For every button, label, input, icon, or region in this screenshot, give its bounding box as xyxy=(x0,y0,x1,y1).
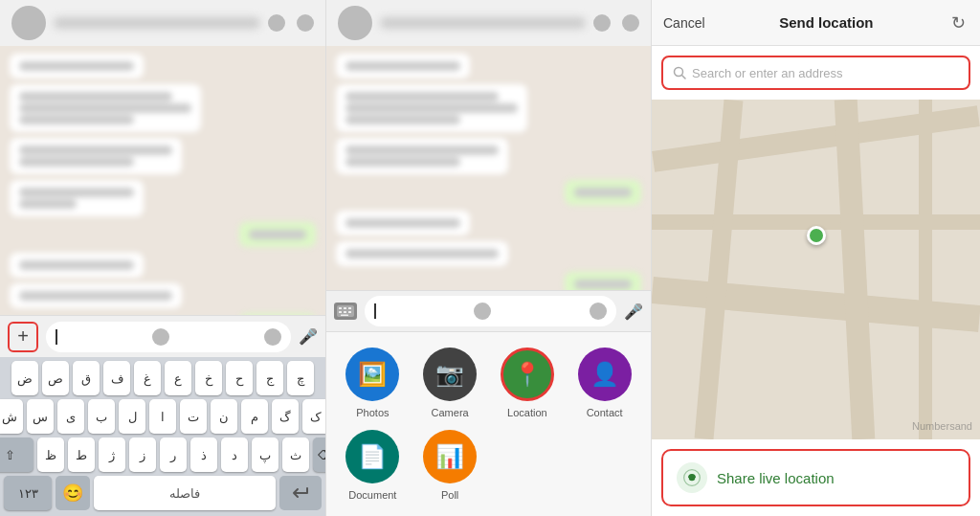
message-bubble-sent xyxy=(239,314,316,315)
message-input[interactable] xyxy=(46,322,291,352)
svg-rect-3 xyxy=(348,307,351,309)
keyboard-row-2: ش س ی ب ل ا ت ن م گ ک xyxy=(4,399,322,434)
camera-icon[interactable] xyxy=(264,328,281,346)
attach-item-photos[interactable]: 🖼️ Photos xyxy=(338,348,408,418)
attach-item-document[interactable]: 📄 Document xyxy=(338,430,408,501)
message-bubble xyxy=(336,84,527,132)
key-dal[interactable]: د xyxy=(221,437,248,472)
svg-rect-7 xyxy=(341,315,348,317)
key-dad[interactable]: ض xyxy=(11,361,38,395)
contact-icon: 👤 xyxy=(578,348,632,401)
key-gaf[interactable]: گ xyxy=(272,399,299,434)
key-ta[interactable]: ط xyxy=(68,437,95,472)
key-ye[interactable]: ی xyxy=(57,399,84,434)
poll-icon: 📊 xyxy=(423,430,477,483)
key-zhe[interactable]: ژ xyxy=(99,437,125,472)
spacebar-key[interactable]: فاصله xyxy=(94,476,276,510)
key-ze[interactable]: ز xyxy=(129,437,156,472)
sticker-icon-2[interactable] xyxy=(474,303,491,320)
mic-icon-2[interactable]: 🎤 xyxy=(624,303,643,321)
key-re[interactable]: ر xyxy=(160,437,187,472)
key-qaf[interactable]: ق xyxy=(73,361,100,395)
key-che[interactable]: چ xyxy=(287,361,314,395)
location-icon: 📍 xyxy=(501,348,554,401)
key-se[interactable]: ث xyxy=(282,437,309,472)
key-be[interactable]: ب xyxy=(88,399,115,434)
message-bubble xyxy=(10,283,182,308)
plus-button[interactable]: + xyxy=(8,322,38,352)
sticker-icon[interactable] xyxy=(152,328,169,346)
more-icon-2[interactable] xyxy=(622,14,639,32)
photos-label: Photos xyxy=(356,407,389,418)
chat-messages-2 xyxy=(326,46,651,290)
numbers-key[interactable]: ۱۲۳ xyxy=(4,476,52,510)
attachment-menu: 🖼️ Photos 📷 Camera 📍 Location 👤 Contact … xyxy=(326,332,651,516)
key-fa[interactable]: ف xyxy=(103,361,130,395)
cancel-button[interactable]: Cancel xyxy=(663,15,705,31)
key-nun[interactable]: ن xyxy=(211,399,237,434)
search-placeholder: Search or enter an address xyxy=(692,66,843,80)
key-pe[interactable]: پ xyxy=(252,437,278,472)
share-live-location-button[interactable]: Share live location xyxy=(661,449,970,506)
keyboard-row-4: ۱۲۳ 😊 فاصله xyxy=(4,476,322,510)
call-icon[interactable] xyxy=(268,14,285,32)
key-he[interactable]: ح xyxy=(226,361,253,395)
document-label: Document xyxy=(348,489,396,501)
camera-icon-2[interactable] xyxy=(590,303,607,320)
key-khe[interactable]: خ xyxy=(195,361,222,395)
location-panel: Cancel Send location ↻ Search or enter a… xyxy=(651,0,980,516)
key-alef[interactable]: ا xyxy=(149,399,176,434)
camera-label: Camera xyxy=(432,407,469,418)
message-input-2[interactable] xyxy=(365,296,616,326)
key-sad[interactable]: ص xyxy=(42,361,69,395)
svg-rect-1 xyxy=(339,307,342,309)
map-watermark: Numbersand xyxy=(912,420,972,432)
attach-item-poll[interactable]: 📊 Poll xyxy=(415,430,485,501)
key-te[interactable]: ت xyxy=(180,399,207,434)
key-zal[interactable]: ظ xyxy=(37,437,64,472)
key-ain[interactable]: ع xyxy=(165,361,191,395)
search-box[interactable]: Search or enter an address xyxy=(661,56,970,90)
chat-header-2 xyxy=(326,0,651,46)
refresh-button[interactable]: ↻ xyxy=(947,12,969,34)
mic-icon[interactable]: 🎤 xyxy=(299,327,318,346)
chat-header xyxy=(0,0,325,46)
svg-rect-5 xyxy=(344,311,346,313)
message-bubble xyxy=(10,253,144,278)
attachment-panel: 🎤 🖼️ Photos 📷 Camera 📍 Location 👤 Conta xyxy=(325,0,651,516)
key-ghain[interactable]: غ xyxy=(134,361,161,395)
chat-panel-keyboard: + 🎤 ض ص ق ف غ ع خ ح ج چ ش س ی ب ل xyxy=(0,0,325,516)
key-kaf[interactable]: ک xyxy=(302,399,325,434)
key-sin[interactable]: س xyxy=(27,399,54,434)
map-background xyxy=(652,100,980,439)
keyboard-icon[interactable] xyxy=(334,303,357,320)
message-bubble-sent xyxy=(565,180,641,205)
attach-item-location[interactable]: 📍 Location xyxy=(493,348,563,418)
key-mim[interactable]: م xyxy=(241,399,268,434)
key-lam[interactable]: ل xyxy=(119,399,145,434)
avatar-2 xyxy=(338,6,372,40)
location-title: Send location xyxy=(705,14,947,31)
message-bubble xyxy=(336,211,470,236)
return-key[interactable] xyxy=(279,476,322,510)
attach-item-contact[interactable]: 👤 Contact xyxy=(569,348,639,418)
call-icon-2[interactable] xyxy=(593,14,611,32)
more-icon[interactable] xyxy=(297,14,314,32)
avatar xyxy=(11,6,46,40)
message-bubble xyxy=(10,138,182,174)
shift-key[interactable]: ⇧ xyxy=(0,437,33,472)
attach-item-camera[interactable]: 📷 Camera xyxy=(415,348,485,418)
message-bubble xyxy=(336,138,508,174)
location-label: Location xyxy=(507,407,547,418)
road-v3 xyxy=(835,100,876,439)
svg-rect-2 xyxy=(344,307,346,309)
search-icon xyxy=(673,66,686,79)
emoji-key[interactable]: 😊 xyxy=(56,476,90,510)
key-jim[interactable]: ج xyxy=(256,361,283,395)
backspace-key[interactable]: ⌫ xyxy=(313,437,325,472)
arabic-keyboard: ض ص ق ف غ ع خ ح ج چ ش س ی ب ل ا ت ن م گ … xyxy=(0,357,325,516)
location-pin xyxy=(807,226,826,245)
svg-rect-6 xyxy=(348,311,351,313)
key-shin[interactable]: ش xyxy=(0,399,23,434)
key-zal2[interactable]: ذ xyxy=(190,437,217,472)
